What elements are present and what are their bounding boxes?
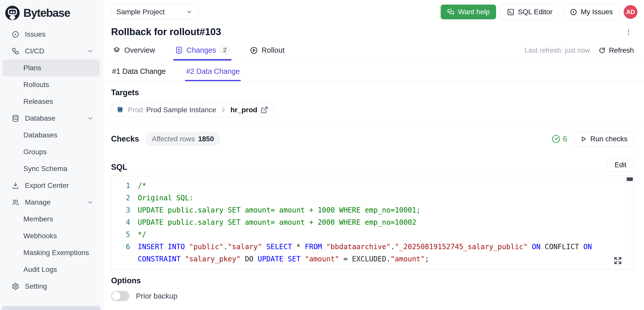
line-number: 5 — [111, 229, 138, 241]
tabs-row: Overview Changes 2 Rollout Last refresh:… — [103, 38, 644, 61]
sidebar-nav: Issues CI/CD Plans Rollouts Releases Dat… — [0, 26, 103, 310]
sidebar-item-members[interactable]: Members — [3, 211, 100, 228]
database-icon — [12, 115, 19, 122]
refresh-area: Last refresh: just now Refresh — [525, 46, 634, 61]
sidebar-item-label: Rollouts — [23, 81, 49, 89]
run-checks-label: Run checks — [590, 135, 627, 143]
subtab-1-data-change[interactable]: #1 Data Change — [111, 61, 167, 81]
external-link-icon[interactable] — [260, 106, 268, 114]
edit-label: Edit — [615, 161, 626, 169]
workflow-icon — [12, 47, 19, 55]
issue-icon — [570, 8, 577, 16]
project-selector[interactable]: Sample Project — [111, 5, 198, 19]
sidebar-item-label: Database — [25, 114, 55, 122]
edit-sql-button[interactable]: Edit — [607, 158, 634, 172]
run-checks-button[interactable]: Run checks — [574, 132, 634, 146]
sidebar-item-rollouts[interactable]: Rollouts — [3, 76, 100, 93]
sql-code-text: */ — [138, 229, 634, 241]
sidebar-item-label: Setting — [25, 282, 47, 290]
target-database-link[interactable]: Prod Prod Sample Instance hr_prod — [111, 103, 274, 117]
gear-icon — [12, 283, 19, 290]
sidebar: Bytebase Issues CI/CD Plans Rollouts Rel… — [0, 0, 103, 310]
line-number: 3 — [111, 204, 138, 216]
sql-editor-button[interactable]: SQL Editor — [501, 5, 559, 19]
play-icon — [580, 136, 587, 142]
sidebar-item-label: Databases — [23, 131, 57, 139]
topbar: Sample Project Want help SQL Editor My I… — [103, 0, 644, 19]
kebab-menu-button[interactable] — [623, 26, 634, 38]
sidebar-item-label: Sync Schema — [23, 165, 67, 173]
tab-changes[interactable]: Changes 2 — [173, 46, 232, 61]
sidebar-item-issues[interactable]: Issues — [3, 26, 100, 43]
sidebar-item-databases[interactable]: Databases — [3, 127, 100, 144]
sidebar-item-manage[interactable]: Manage — [3, 194, 100, 211]
chevron-down-icon — [87, 48, 94, 54]
file-diff-icon — [175, 46, 183, 54]
code-scrollbar[interactable] — [626, 176, 634, 269]
sql-section: SQL Edit 1/*2Original SQL:3UPDATE public… — [103, 152, 644, 270]
subtabs-row: #1 Data Change #2 Data Change — [103, 61, 644, 81]
want-help-button[interactable]: Want help — [441, 5, 496, 19]
my-issues-button[interactable]: My Issues — [563, 5, 619, 19]
sidebar-item-export-center[interactable]: Export Center — [3, 177, 100, 194]
sidebar-item-masking-exemptions[interactable]: Masking Exemptions — [3, 244, 100, 261]
check-circle-icon — [552, 135, 560, 143]
sql-editor-viewer[interactable]: 1/*2Original SQL:3UPDATE public.salary S… — [111, 176, 634, 270]
terminal-icon — [507, 8, 514, 16]
tab-overview[interactable]: Overview — [111, 46, 157, 61]
layers-icon — [113, 46, 121, 54]
chevron-down-icon — [87, 115, 94, 122]
prior-backup-label: Prior backup — [136, 292, 177, 300]
toggle-knob — [112, 292, 120, 300]
sidebar-item-audit-logs[interactable]: Audit Logs — [3, 261, 100, 278]
sidebar-item-webhooks[interactable]: Webhooks — [3, 228, 100, 244]
sidebar-item-groups[interactable]: Groups — [3, 144, 100, 160]
checks-heading: Checks — [111, 134, 139, 144]
prior-backup-toggle[interactable] — [111, 291, 129, 301]
sql-line: 3UPDATE public.salary SET amount= amount… — [111, 204, 634, 216]
line-number: 1 — [111, 180, 138, 192]
checks-passed-count: 6 — [563, 134, 567, 144]
sql-code-text: UPDATE public.salary SET amount= amount … — [138, 216, 634, 229]
code-scrollbar-thumb[interactable] — [627, 177, 633, 181]
chevron-down-icon — [186, 9, 193, 15]
sidebar-item-setting[interactable]: Setting — [3, 278, 100, 295]
sidebar-item-label: Groups — [23, 148, 47, 156]
maximize-icon — [614, 257, 622, 265]
last-refresh-text: Last refresh: just now — [525, 47, 590, 54]
sidebar-bottom-card[interactable] — [2, 306, 101, 310]
line-number: 2 — [111, 192, 138, 204]
sidebar-item-cicd[interactable]: CI/CD — [3, 43, 100, 60]
subtab-label: #2 Data Change — [186, 67, 240, 75]
sidebar-item-label: Manage — [25, 198, 51, 206]
users-icon — [12, 199, 19, 206]
chat-icon — [447, 8, 454, 16]
checks-section: Checks Affected rows 1850 6 Run checks — [103, 125, 644, 152]
tab-label: Rollout — [262, 46, 284, 54]
checks-passed-badge[interactable]: 6 — [552, 134, 567, 144]
affected-rows-badge: Affected rows 1850 — [145, 132, 220, 146]
avatar[interactable]: AD — [624, 5, 637, 19]
subtab-2-data-change[interactable]: #2 Data Change — [185, 61, 241, 81]
sql-line: 4UPDATE public.salary SET amount= amount… — [111, 216, 634, 229]
topbar-actions: Want help SQL Editor My Issues AD — [441, 5, 637, 19]
expand-button[interactable] — [614, 257, 622, 266]
sql-line: 5*/ — [111, 229, 634, 241]
bytebase-logo-icon — [5, 5, 20, 21]
play-circle-icon — [250, 46, 258, 54]
sidebar-item-sync-schema[interactable]: Sync Schema — [3, 160, 100, 177]
sidebar-item-label: Audit Logs — [23, 265, 57, 274]
title-row: Rollback for rollout#103 — [103, 19, 644, 38]
sql-code-text: UPDATE public.salary SET amount= amount … — [138, 204, 634, 216]
subtab-label: #1 Data Change — [112, 67, 166, 75]
sidebar-item-plans[interactable]: Plans — [3, 60, 100, 76]
target-instance: Prod Sample Instance — [146, 106, 216, 114]
postgresql-icon — [117, 106, 125, 114]
page-title: Rollback for rollout#103 — [111, 26, 221, 37]
bytebase-logo[interactable]: Bytebase — [0, 4, 103, 26]
tab-rollout[interactable]: Rollout — [248, 46, 286, 61]
sidebar-item-releases[interactable]: Releases — [3, 93, 100, 110]
refresh-button[interactable]: Refresh — [599, 46, 634, 54]
sidebar-item-database[interactable]: Database — [3, 110, 100, 127]
affected-rows-label: Affected rows — [152, 135, 195, 143]
